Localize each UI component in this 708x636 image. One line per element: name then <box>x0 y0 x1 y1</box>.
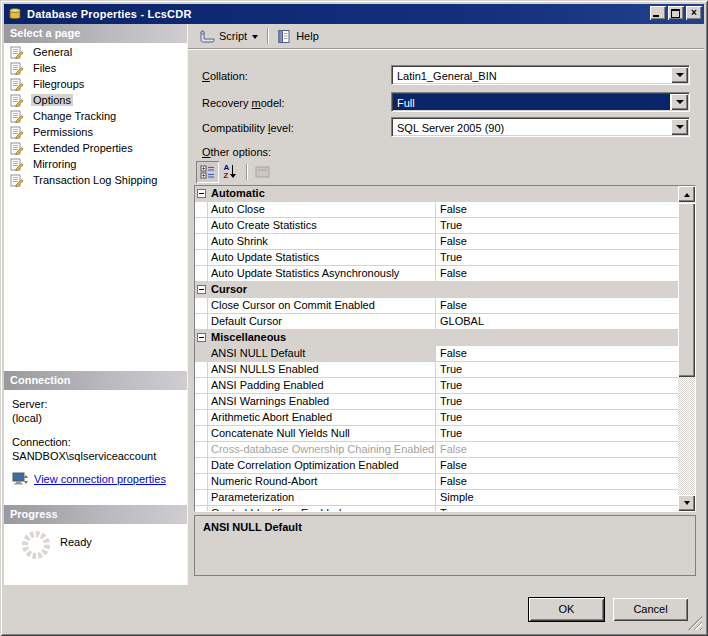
property-value[interactable]: True <box>436 378 678 393</box>
dropdown-arrow-icon[interactable] <box>671 67 688 83</box>
resize-grip[interactable] <box>688 616 702 630</box>
property-name: Concatenate Null Yields Null <box>208 426 436 441</box>
scroll-down-button[interactable] <box>678 495 695 511</box>
grid-row[interactable]: Quoted Identifiers Enabled True <box>195 506 678 512</box>
sidebar-item-label: Mirroring <box>31 158 78 170</box>
grid-row[interactable]: Cursor <box>195 282 678 298</box>
expander-collapse-icon[interactable] <box>197 285 206 294</box>
grid-row[interactable]: Auto Create Statistics True <box>195 218 678 234</box>
page-icon <box>10 94 24 107</box>
grid-row[interactable]: ANSI Warnings Enabled True <box>195 394 678 410</box>
sidebar-page-item[interactable]: Options <box>4 92 186 108</box>
grid-row[interactable]: Auto Shrink False <box>195 234 678 250</box>
collation-combobox[interactable]: Latin1_General_BIN <box>391 65 690 85</box>
row-indent <box>195 266 208 281</box>
collation-value: Latin1_General_BIN <box>393 67 670 83</box>
scroll-up-icon <box>684 190 690 197</box>
grid-row[interactable]: Close Cursor on Commit Enabled False <box>195 298 678 314</box>
sidebar-item-label: Change Tracking <box>31 110 118 122</box>
view-connection-properties-link[interactable]: View connection properties <box>34 473 166 485</box>
help-button[interactable]: Help <box>272 26 324 46</box>
recovery-model-combobox[interactable]: Full <box>391 92 690 112</box>
sidebar-page-item[interactable]: Change Tracking <box>4 108 186 124</box>
grid-row[interactable]: ANSI NULLS Enabled True <box>195 362 678 378</box>
scrollbar-thumb[interactable] <box>678 203 695 377</box>
cancel-button[interactable]: Cancel <box>613 598 688 621</box>
property-value[interactable]: True <box>436 394 678 409</box>
grid-row[interactable]: Parameterization Simple <box>195 490 678 506</box>
page-icon <box>10 110 24 123</box>
close-icon: × <box>691 7 697 18</box>
script-dropdown-arrow-icon[interactable] <box>252 35 258 42</box>
property-name: Auto Shrink <box>208 234 436 249</box>
grid-row[interactable]: Auto Update Statistics True <box>195 250 678 266</box>
row-indent <box>195 218 208 233</box>
property-value[interactable]: True <box>436 426 678 441</box>
property-value[interactable]: True <box>436 218 678 233</box>
progress-header: Progress <box>4 505 187 524</box>
property-value[interactable]: False <box>436 202 678 217</box>
grid-scrollbar[interactable] <box>678 186 695 511</box>
property-value[interactable]: False <box>436 266 678 281</box>
grid-row[interactable]: Date Correlation Optimization Enabled Fa… <box>195 458 678 474</box>
left-pane: Select a page General <box>4 24 188 585</box>
compatibility-level-combobox[interactable]: SQL Server 2005 (90) <box>391 117 690 137</box>
sidebar-page-item[interactable]: Extended Properties <box>4 140 186 156</box>
property-name: Cursor <box>208 282 678 297</box>
property-name: Arithmetic Abort Enabled <box>208 410 436 425</box>
grid-row[interactable]: ANSI Padding Enabled True <box>195 378 678 394</box>
close-button[interactable]: × <box>686 6 702 20</box>
script-button[interactable]: Script <box>194 26 263 46</box>
maximize-button[interactable] <box>668 6 684 20</box>
row-indent <box>195 490 208 505</box>
page-icon <box>10 126 24 139</box>
grid-row[interactable]: Miscellaneous <box>195 330 678 346</box>
page-icon <box>10 174 24 187</box>
categorized-button[interactable] <box>196 161 219 183</box>
sidebar-page-item[interactable]: Permissions <box>4 124 186 140</box>
property-value[interactable]: Simple <box>436 490 678 505</box>
property-value[interactable]: True <box>436 362 678 377</box>
property-value[interactable]: False <box>436 474 678 489</box>
grid-row[interactable]: Auto Close False <box>195 202 678 218</box>
alphabetical-sort-button[interactable]: AZ <box>219 161 242 183</box>
grid-row[interactable]: Concatenate Null Yields Null True <box>195 426 678 442</box>
minimize-button[interactable] <box>650 6 666 20</box>
categorized-icon <box>200 165 216 179</box>
property-name: Auto Create Statistics <box>208 218 436 233</box>
property-value[interactable]: False <box>436 298 678 313</box>
row-indent <box>195 426 208 441</box>
grid-row[interactable]: Default Cursor GLOBAL <box>195 314 678 330</box>
property-value[interactable]: False <box>436 442 678 457</box>
property-value[interactable]: False <box>436 346 678 361</box>
row-indent <box>195 330 208 345</box>
sidebar-page-item[interactable]: Filegroups <box>4 76 186 92</box>
dropdown-arrow-icon[interactable] <box>671 119 688 135</box>
sidebar-page-item[interactable]: Files <box>4 60 186 76</box>
row-indent <box>195 346 208 361</box>
grid-row[interactable]: Numeric Round-Abort False <box>195 474 678 490</box>
title-bar[interactable]: Database Properties - LcsCDR × <box>4 4 704 24</box>
grid-row[interactable]: Arithmetic Abort Enabled True <box>195 410 678 426</box>
expander-collapse-icon[interactable] <box>197 189 206 198</box>
sidebar-page-item[interactable]: Transaction Log Shipping <box>4 172 186 188</box>
sidebar-page-item[interactable]: Mirroring <box>4 156 186 172</box>
row-indent <box>195 378 208 393</box>
grid-row[interactable]: Cross-database Ownership Chaining Enable… <box>195 442 678 458</box>
grid-row[interactable]: Auto Update Statistics Asynchronously Fa… <box>195 266 678 282</box>
scroll-up-button[interactable] <box>678 186 695 202</box>
property-value[interactable]: True <box>436 506 678 512</box>
property-value[interactable]: True <box>436 410 678 425</box>
property-value[interactable]: False <box>436 458 678 473</box>
dropdown-arrow-icon[interactable] <box>671 94 688 110</box>
property-value[interactable]: False <box>436 234 678 249</box>
property-value[interactable]: True <box>436 250 678 265</box>
help-icon <box>277 29 292 44</box>
row-indent <box>195 442 208 457</box>
property-value[interactable]: GLOBAL <box>436 314 678 329</box>
grid-row[interactable]: ANSI NULL Default False <box>195 346 678 362</box>
sidebar-page-item[interactable]: General <box>4 44 186 60</box>
ok-button[interactable]: OK <box>529 598 604 621</box>
grid-row[interactable]: Automatic <box>195 186 678 202</box>
expander-collapse-icon[interactable] <box>197 333 206 342</box>
